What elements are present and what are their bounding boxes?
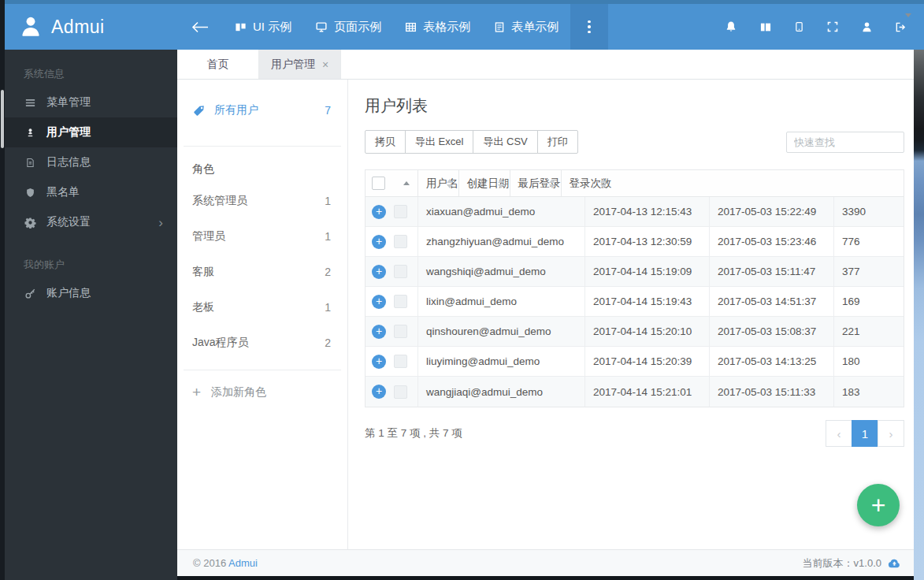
navbar-icon-button[interactable] xyxy=(815,4,850,50)
navbar-icon-button[interactable] xyxy=(783,4,815,50)
role-item[interactable]: Java程序员 2 xyxy=(192,325,331,360)
divider xyxy=(184,146,341,147)
role-count: 1 xyxy=(325,230,331,243)
monitor-icon xyxy=(315,21,328,33)
row-checkbox[interactable] xyxy=(394,295,407,308)
navbar-menu-item[interactable]: UI 示例 xyxy=(223,4,303,50)
navbar-icon-button[interactable] xyxy=(850,4,884,50)
role-count: 2 xyxy=(325,336,331,349)
row-checkbox[interactable] xyxy=(394,205,407,218)
admin-page: Admui UI 示例 页面示例 表格示例 表单示例 xyxy=(0,0,924,580)
column-header[interactable]: 用户名 xyxy=(418,170,459,196)
expand-row-button[interactable]: + xyxy=(372,325,386,339)
sidebar-item[interactable]: 账户信息 › xyxy=(5,278,177,308)
navbar-icon-button[interactable] xyxy=(714,4,748,50)
column-header[interactable]: 登录次数 xyxy=(562,170,612,196)
row-checkbox[interactable] xyxy=(394,385,407,399)
tab-list-caret-icon[interactable] xyxy=(905,13,911,17)
sidebar: 系统信息 菜单管理 › 用户管理 › 日志信息 › 黑名单 › 系统设置 xyxy=(5,50,177,580)
navbar-menu-item[interactable]: 表格示例 xyxy=(393,4,482,50)
sidebar-item[interactable]: 用户管理 › xyxy=(5,117,177,147)
sidebar-section-label: 系统信息 xyxy=(5,50,177,87)
next-page-button[interactable]: › xyxy=(878,420,904,447)
cloud-upload-icon[interactable] xyxy=(888,557,901,569)
left-scrollbar-thumb[interactable] xyxy=(1,90,4,148)
navbar-menu-item-label: 表单示例 xyxy=(511,20,558,35)
sidebar-section-label: 我的账户 xyxy=(5,237,177,278)
page-1-button[interactable]: 1 xyxy=(852,420,878,447)
column-header[interactable]: 最后登录 xyxy=(510,170,562,196)
select-all-header[interactable] xyxy=(366,170,418,196)
prev-page-button[interactable]: ‹ xyxy=(826,420,852,447)
cell-username: wangjiaqi@admui_demo xyxy=(418,377,585,407)
cell-login-count: 377 xyxy=(834,257,904,286)
role-item[interactable]: 管理员 1 xyxy=(192,218,331,254)
table-row: + qinshouren@admui_demo 2017-04-14 15:20… xyxy=(366,317,904,347)
table-header: 用户名 创建日期 最后登录 登录次数 xyxy=(365,169,904,197)
sidebar-section-account: 账户信息 › xyxy=(5,278,177,308)
role-item[interactable]: 客服 2 xyxy=(192,254,331,289)
navbar-menu-item[interactable]: 页面示例 xyxy=(303,4,393,50)
column-headers: 用户名 创建日期 最后登录 登录次数 xyxy=(418,170,904,196)
add-user-fab[interactable]: + xyxy=(857,484,900,526)
role-item[interactable]: 老板 1 xyxy=(192,289,331,325)
toolbar-button[interactable]: 导出 CSV xyxy=(473,130,537,154)
table-row: + zhangzhiyuan@admui_demo 2017-04-13 12:… xyxy=(366,227,904,257)
key-icon xyxy=(24,288,36,299)
row-controls: + xyxy=(366,347,418,376)
pagination: ‹ 1 › xyxy=(826,420,904,447)
row-checkbox[interactable] xyxy=(394,235,407,248)
expand-row-button[interactable]: + xyxy=(372,235,386,249)
user-icon xyxy=(861,21,873,33)
tab[interactable]: 用户管理 × xyxy=(259,50,341,79)
navbar-icon-button[interactable] xyxy=(748,4,783,50)
sidebar-item[interactable]: 黑名单 › xyxy=(5,177,177,207)
sidebar-item[interactable]: 日志信息 › xyxy=(5,147,177,177)
more-menu-button[interactable] xyxy=(570,4,608,50)
expand-row-button[interactable]: + xyxy=(372,385,386,399)
sidebar-item[interactable]: 系统设置 › xyxy=(5,207,177,237)
cell-created: 2017-04-13 12:30:59 xyxy=(585,227,710,256)
role-item[interactable]: 系统管理员 1 xyxy=(192,183,331,218)
fullscreen-icon xyxy=(826,20,839,33)
cell-last-login: 2017-05-03 15:23:46 xyxy=(710,227,834,256)
select-all-checkbox[interactable] xyxy=(372,177,385,190)
expand-row-button[interactable]: + xyxy=(372,355,386,369)
row-checkbox[interactable] xyxy=(394,265,407,278)
version-text: 当前版本：v1.0.0 xyxy=(803,556,881,571)
role-name: 老板 xyxy=(192,300,214,314)
cell-created: 2017-04-13 12:15:43 xyxy=(585,197,710,226)
cell-last-login: 2017-05-03 15:11:47 xyxy=(710,257,834,286)
expand-row-button[interactable]: + xyxy=(372,265,386,279)
toolbar-button[interactable]: 拷贝 xyxy=(365,130,406,154)
column-header[interactable]: 创建日期 xyxy=(459,170,510,196)
cell-last-login: 2017-05-03 15:11:33 xyxy=(710,377,834,407)
roles-list: 系统管理员 1 管理员 1 客服 2 老板 1 Java程序员 2 xyxy=(177,183,347,360)
back-button[interactable] xyxy=(177,4,223,50)
right-background-strip[interactable] xyxy=(914,50,924,580)
close-icon[interactable]: × xyxy=(322,58,328,71)
expand-row-button[interactable]: + xyxy=(372,205,386,219)
tab[interactable]: 首页 × xyxy=(177,50,259,79)
tab-label: 用户管理 xyxy=(271,58,315,72)
row-checkbox[interactable] xyxy=(394,325,407,338)
toolbar-button[interactable]: 导出 Excel xyxy=(405,130,473,154)
cell-login-count: 221 xyxy=(834,317,904,346)
brand[interactable]: Admui xyxy=(5,15,177,39)
sidebar-item-label: 黑名单 xyxy=(46,185,80,199)
sidebar-item[interactable]: 菜单管理 › xyxy=(5,87,177,117)
row-controls: + xyxy=(366,227,418,256)
row-checkbox[interactable] xyxy=(394,355,407,368)
table-row: + wangjiaqi@admui_demo 2017-04-14 15:21:… xyxy=(366,377,904,407)
add-role-button[interactable]: + 添加新角色 xyxy=(192,385,332,400)
toolbar-button[interactable]: 打印 xyxy=(537,130,578,154)
expand-row-button[interactable]: + xyxy=(372,295,386,309)
navbar-icon-button[interactable] xyxy=(884,4,918,50)
navbar-menu-item[interactable]: 表单示例 xyxy=(482,4,570,50)
cell-username: liuyiming@admui_demo xyxy=(418,347,585,376)
table-icon xyxy=(405,21,417,33)
export-button-group: 拷贝导出 Excel导出 CSV打印 xyxy=(365,130,578,154)
search-input[interactable] xyxy=(786,132,904,153)
footer-brand-link[interactable]: Admui xyxy=(228,557,258,569)
all-users-filter[interactable]: 所有用户 7 xyxy=(192,99,331,122)
